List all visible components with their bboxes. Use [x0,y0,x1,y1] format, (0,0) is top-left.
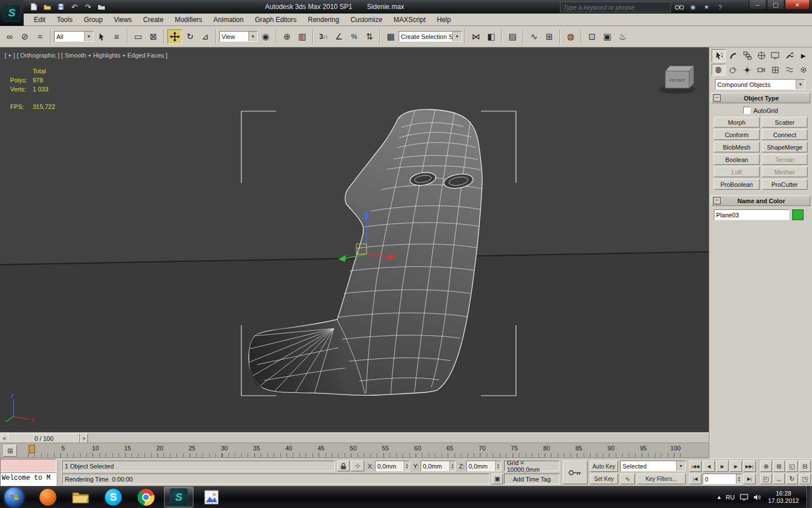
proboolean-button[interactable]: ProBoolean [714,179,760,190]
listener-output-line[interactable]: Welcome to M [0,472,56,488]
redo-button[interactable]: ↷ [82,2,94,12]
auto-key-button[interactable]: Auto Key [590,461,618,472]
listener-macro-line[interactable] [0,459,56,472]
key-selection-dropdown[interactable]: Selected ▼ [620,461,686,471]
clock[interactable]: 16:28 17.03.2012 [768,490,799,505]
add-time-tag-field[interactable]: Add Time Tag [504,474,559,484]
panel-overflow-arrow-icon[interactable]: ▸ [797,50,810,62]
previous-frame-button[interactable]: ◀ [703,461,715,472]
x-coord-field[interactable]: 0,0mm ▴▾ [375,461,410,471]
render-setup-button[interactable]: ⊡ [585,29,599,44]
go-to-end-button[interactable]: ▶▶| [743,461,756,472]
close-button[interactable]: × [785,0,810,10]
menu-modifiers[interactable]: Modifiers [169,14,208,25]
select-by-name-button[interactable]: ≡ [109,29,124,44]
object-type-rollout-header[interactable]: − Object Type [711,93,810,103]
use-pivot-center-button[interactable]: ◉ [258,29,273,44]
tab-create[interactable] [712,49,726,62]
taskbar-3ds-max[interactable]: S [164,487,193,507]
communication-center-icon[interactable]: ◉ [688,2,698,12]
mirror-button[interactable]: ⋈ [469,29,483,44]
frame-spinner[interactable]: ▴▾ [736,474,742,484]
subtab-geometry[interactable] [712,64,726,76]
layer-manager-button[interactable]: ▤ [505,29,520,44]
viewport-canvas[interactable]: x z FRONT [0,47,709,432]
maxscript-mini-listener[interactable]: Welcome to M [0,459,56,487]
z-spinner[interactable]: ▴▾ [495,461,501,471]
y-spinner[interactable]: ▴▾ [449,461,455,471]
menu-create[interactable]: Create [138,14,169,25]
open-file-button[interactable] [42,2,53,12]
taskbar-chrome[interactable] [131,487,161,507]
select-and-scale-button[interactable]: ⊿ [198,29,213,44]
tab-display[interactable] [769,50,782,62]
curve-editor-button[interactable]: ∿ [527,29,541,44]
menu-graph-editors[interactable]: Graph Editors [249,14,302,25]
default-tangent-button[interactable]: ∿ [620,474,635,484]
tab-utilities[interactable] [783,50,796,62]
trackbar-next-button[interactable]: > [80,433,88,443]
tray-display-icon[interactable] [740,494,748,501]
menu-tools[interactable]: Tools [51,14,78,25]
zoom-extents-all-button[interactable]: ⊟ [799,461,811,472]
taskbar-image-editor[interactable] [197,487,226,507]
object-name-field[interactable] [714,209,789,220]
taskbar-explorer[interactable] [66,487,95,507]
menu-edit[interactable]: Edit [28,14,51,25]
time-slider[interactable]: 0 / 100 [8,433,80,443]
y-coord-field[interactable]: 0,0mm ▴▾ [421,461,456,471]
current-frame-field[interactable]: 0 ▴▾ [703,474,742,484]
object-color-swatch[interactable] [792,209,804,220]
orbit-button[interactable]: ↻ [786,474,798,484]
key-mode-toggle-button[interactable]: |◀ [689,474,701,484]
keyboard-override-button[interactable]: ▥ [295,29,310,44]
subtab-space-warps[interactable] [783,64,796,75]
key-filters-button[interactable]: Key Filters... [637,474,686,484]
timeline-ruler[interactable]: ⊞ 510 1520 2530 3540 4550 5560 6570 7580… [0,443,709,458]
schematic-view-button[interactable]: ⊞ [542,29,557,44]
zoom-all-button[interactable]: ⊞ [773,461,785,472]
zoom-button[interactable]: ⊕ [760,461,772,472]
z-coord-field[interactable]: 0,0mm ▴▾ [466,461,501,471]
reference-coordinate-dropdown[interactable]: View ▼ [219,31,258,42]
bind-to-space-warp-button[interactable]: ≈ [33,29,47,44]
show-desktop-button[interactable] [806,486,812,508]
infocenter-search-input[interactable] [560,2,671,12]
tab-modify[interactable] [727,50,740,62]
angle-snap-button[interactable]: ∠ [332,29,346,44]
help-icon[interactable]: ? [715,2,725,12]
select-object-button[interactable] [94,29,109,44]
boolean-button[interactable]: Boolean [714,154,760,165]
set-keys-button[interactable] [563,461,588,484]
save-file-button[interactable] [55,2,67,12]
play-button[interactable]: ▶ [716,461,729,472]
menu-animation[interactable]: Animation [208,14,249,25]
menu-maxscript[interactable]: MAXScript [388,14,431,25]
language-indicator[interactable]: RU [726,494,735,501]
pan-view-button[interactable]: ↔ [773,474,785,484]
current-frame-marker[interactable] [29,445,35,453]
shapemerge-button[interactable]: ShapeMerge [762,142,807,152]
zoom-extents-button[interactable]: ◱ [786,461,798,472]
menu-help[interactable]: Help [431,14,457,25]
taskbar-app-orange[interactable] [33,487,63,507]
set-key-button[interactable]: Set Key [590,474,618,484]
taskbar-skype[interactable]: S [99,487,128,507]
project-folder-button[interactable] [96,2,107,12]
start-button[interactable] [5,488,24,507]
application-menu-button[interactable]: S [0,0,24,26]
tab-hierarchy[interactable] [741,50,754,62]
new-scene-button[interactable] [28,2,39,12]
rendered-frame-window-button[interactable]: ▣ [600,29,615,44]
subtab-helpers[interactable] [769,64,782,75]
snap-toggle-3d-button[interactable]: 3∩ [316,29,331,44]
menu-group[interactable]: Group [78,14,108,25]
connect-button[interactable]: Connect [762,129,807,140]
align-button[interactable]: ◧ [484,29,498,44]
minimize-button[interactable]: – [749,0,766,10]
tab-motion[interactable] [755,50,768,62]
morph-button[interactable]: Morph [714,117,760,128]
unlink-selection-button[interactable]: ⊘ [17,29,32,44]
material-editor-button[interactable]: ◍ [563,29,578,44]
selection-region-button[interactable]: ▭ [131,29,145,44]
